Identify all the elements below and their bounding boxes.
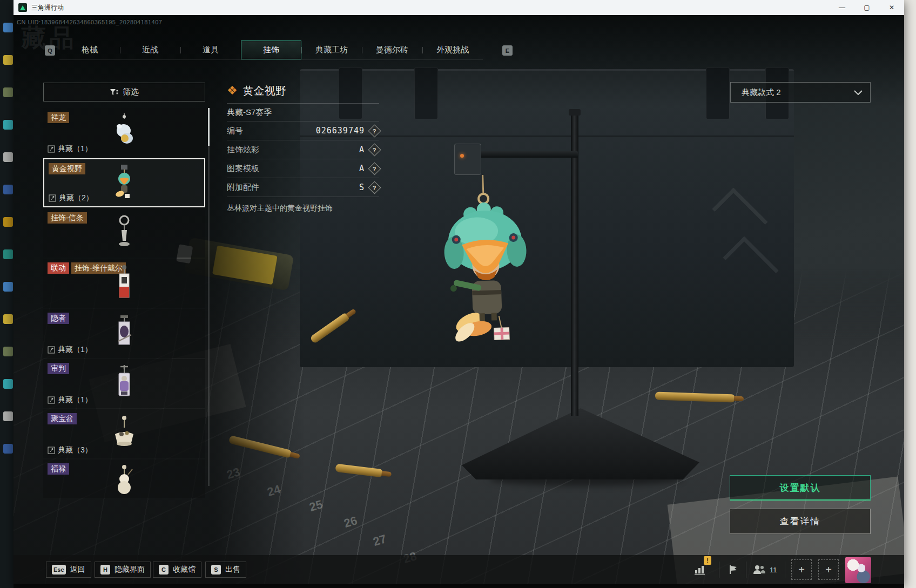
charm-thumbnail [111, 414, 138, 452]
tab-charms[interactable]: 挂饰 [241, 40, 301, 59]
tab-firearms[interactable]: 枪械 [59, 40, 120, 59]
charm-thumbnail [112, 363, 137, 402]
account-uid: CN UID:183968442634860365195_20280418140… [17, 19, 162, 25]
charm-thumbnail [112, 263, 137, 302]
player-avatar[interactable] [845, 557, 871, 583]
bottom-bar: Esc 返回 H 隐藏界面 C 收藏馆 S 出售 ! [14, 555, 904, 584]
friends-count: 11 [770, 566, 777, 574]
rarity-diamond-icon: ❖ [227, 85, 238, 97]
filter-label: 筛选 [123, 87, 139, 97]
list-item-shenpan[interactable]: 审判 典藏（1） [43, 359, 205, 408]
charm-title: 黄金视野 [243, 84, 286, 98]
app-logo-icon [18, 3, 27, 12]
item-count: 典藏（1） [48, 144, 92, 154]
collection-hall-shortcut[interactable]: C 收藏馆 [153, 562, 201, 578]
help-icon[interactable]: ? [368, 181, 381, 194]
detail-row-serial: 编号 026639749 ? [227, 121, 379, 140]
item-tag: 黄金视野 [49, 163, 85, 174]
tab-workshop[interactable]: 典藏工坊 [301, 40, 362, 59]
list-item-huangjinshiye-selected[interactable]: 黄金视野 典藏（2） [43, 158, 205, 207]
item-tag: 审判 [48, 363, 69, 374]
report-button[interactable] [725, 563, 742, 577]
add-slot-button[interactable]: + [791, 559, 812, 580]
charm-thumbnail [112, 464, 137, 496]
charm-detail-panel: ❖ 黄金视野 典藏-S7赛季 编号 026639749 ? 挂饰炫彩 A ? 图… [227, 83, 379, 213]
list-item-weishendaier[interactable]: 联动 挂饰-维什戴尔 [43, 259, 205, 308]
friends-button[interactable] [751, 563, 767, 577]
charm-thumbnail [112, 213, 137, 252]
h-key: H [100, 565, 110, 575]
list-item-yinzhe[interactable]: 隐者 典藏（1） [43, 309, 205, 358]
charm-thumbnail [112, 112, 137, 150]
item-count: 典藏（1） [48, 345, 92, 355]
category-tabs: 枪械 近战 道具 挂饰 典藏工坊 曼德尔砖 外观挑战 [59, 40, 483, 60]
collection-icon [48, 346, 55, 354]
game-window: 三角洲行动 — ▢ ✕ 23 24 25 26 27 28 [14, 0, 904, 584]
next-tab-keyhint: E [502, 45, 513, 56]
filter-funnel-icon [110, 89, 118, 96]
help-icon[interactable]: ? [368, 124, 381, 137]
scrollbar-thumb[interactable] [208, 108, 210, 146]
help-icon[interactable]: ? [368, 143, 381, 156]
view-details-button[interactable]: 查看详情 [730, 509, 871, 534]
detail-row-colorway: 挂饰炫彩 A ? [227, 140, 379, 159]
collection-icon [49, 194, 56, 202]
maximize-button[interactable]: ▢ [854, 0, 879, 15]
charm-list: 祥龙 典藏（1） 黄金视野 [43, 108, 205, 498]
list-item-xianglong[interactable]: 祥龙 典藏（1） [43, 108, 205, 157]
style-select-value: 典藏款式 2 [742, 87, 781, 98]
collection-icon [48, 447, 55, 454]
detail-row-accessory: 附加配件 S ? [227, 178, 379, 197]
item-count: 典藏（2） [49, 193, 93, 203]
desktop-icon-strip [0, 0, 14, 588]
item-tag: 隐者 [48, 313, 69, 324]
hide-ui-shortcut[interactable]: H 隐藏界面 [95, 562, 151, 578]
bar-chart-icon [694, 564, 706, 575]
tab-items[interactable]: 道具 [180, 40, 241, 59]
charm-thumbnail [112, 164, 137, 201]
list-item-guashi-xintiao[interactable]: 挂饰-信条 [43, 208, 205, 258]
help-icon[interactable]: ? [368, 162, 381, 175]
s-key: S [211, 565, 221, 575]
sell-shortcut[interactable]: S 出售 [205, 562, 246, 578]
item-tag: 福禄 [48, 463, 69, 475]
window-titlebar: 三角洲行动 — ▢ ✕ [14, 0, 904, 15]
set-default-button[interactable]: 设置默认 [730, 475, 871, 501]
tab-mandel-brick[interactable]: 曼德尔砖 [362, 40, 422, 59]
flag-icon [728, 564, 739, 575]
window-title: 三角洲行动 [31, 3, 64, 12]
item-count: 典藏（1） [48, 395, 92, 405]
item-tag: 挂饰-信条 [48, 212, 87, 224]
sidebar-scrollbar[interactable] [208, 108, 210, 486]
game-viewport: 23 24 25 26 27 28 [14, 15, 904, 584]
item-tag: 祥龙 [48, 112, 69, 123]
back-shortcut[interactable]: Esc 返回 [46, 562, 91, 578]
add-slot-button[interactable]: + [818, 559, 839, 580]
minimize-button[interactable]: — [830, 0, 854, 15]
season-label: 典藏-S7赛季 [227, 104, 379, 121]
collection-icon [48, 396, 55, 404]
desktop-edge [904, 0, 916, 588]
collab-badge: 联动 [48, 262, 69, 274]
esc-key: Esc [52, 565, 66, 575]
style-select-dropdown[interactable]: 典藏款式 2 [730, 82, 871, 103]
chevron-down-icon [854, 90, 863, 95]
charm-thumbnail [112, 313, 137, 352]
list-item-fulu[interactable]: 福禄 [43, 459, 205, 498]
charm-description: 丛林派对主题中的黄金视野挂饰 [227, 204, 379, 213]
prev-tab-keyhint: Q [45, 45, 55, 56]
alert-badge: ! [704, 556, 711, 565]
tab-melee[interactable]: 近战 [120, 40, 180, 59]
friends-icon [752, 564, 766, 575]
detail-row-pattern: 图案模板 A ? [227, 159, 379, 178]
c-key: C [159, 565, 169, 575]
item-count: 典藏（3） [48, 445, 92, 455]
filter-button[interactable]: 筛选 [43, 83, 205, 102]
collection-icon [48, 145, 55, 153]
item-tag: 聚宝盆 [48, 413, 77, 424]
tab-appearance-challenge[interactable]: 外观挑战 [422, 40, 483, 59]
close-button[interactable]: ✕ [879, 0, 904, 15]
list-item-jubaopen[interactable]: 聚宝盆 典藏（3） [43, 409, 205, 458]
